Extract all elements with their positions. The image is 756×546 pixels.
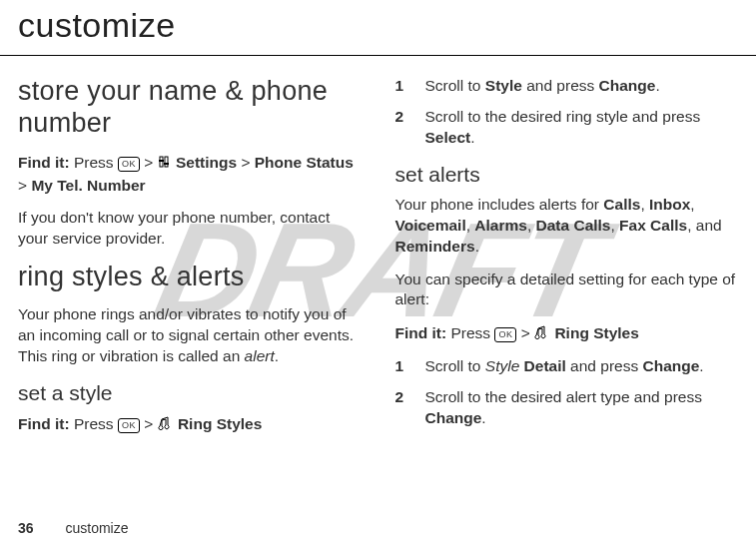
gt: > [18, 177, 27, 194]
find-it-store: Find it: Press OK > Settings > Phone Sta… [18, 152, 362, 198]
svg-rect-2 [159, 160, 164, 162]
step-text: Scroll to Style and press Change. [425, 76, 739, 97]
heading-set-style: set a style [18, 381, 362, 405]
text: , [690, 196, 694, 213]
svg-rect-3 [164, 163, 169, 165]
text: Scroll to the desired alert type and pre… [425, 388, 702, 405]
heading-ring-styles: ring styles & alerts [18, 262, 362, 293]
text-press: Press [450, 324, 490, 341]
ok-key-icon: OK [118, 157, 140, 172]
text: , and [687, 217, 721, 234]
text: . [699, 357, 703, 374]
alert-faxcalls: Fax Calls [619, 217, 687, 234]
step-2: 2 Scroll to the desired ring style and p… [395, 107, 739, 149]
alert-voicemail: Voicemail [395, 217, 466, 234]
text: . [655, 77, 659, 94]
gt: > [144, 415, 153, 432]
find-it-label: Find it: [18, 415, 70, 432]
alert-alarms: Alarms [474, 217, 527, 234]
paragraph-ring: Your phone rings and/or vibrates to noti… [18, 304, 362, 367]
text: . [481, 409, 485, 426]
heading-store-name: store your name & phone number [18, 76, 362, 140]
text-press: Press [74, 154, 114, 171]
step-text: Scroll to the desired alert type and pre… [425, 387, 739, 429]
text: Your phone rings and/or vibrates to noti… [18, 305, 354, 364]
text: , [610, 217, 619, 234]
step-2b: 2 Scroll to the desired alert type and p… [395, 387, 739, 429]
page-content: customize store your name & phone number… [0, 0, 756, 447]
page-footer: 36 customize [18, 520, 129, 536]
ok-key-icon: OK [494, 327, 516, 342]
menu-my-tel-number: My Tel. Number [31, 177, 145, 194]
step-text: Scroll to Style Detail and press Change. [425, 356, 739, 377]
ring-styles-icon [158, 414, 174, 436]
gt: > [144, 154, 153, 171]
menu-ring-styles: Ring Styles [178, 415, 262, 432]
text: Scroll to the desired ring style and pre… [425, 108, 701, 125]
alert-datacalls: Data Calls [536, 217, 611, 234]
menu-settings: Settings [176, 154, 237, 171]
heading-set-alerts: set alerts [395, 163, 739, 187]
step-1: 1 Scroll to Style and press Change. [395, 76, 739, 97]
page-title: customize [0, 0, 756, 56]
ok-key-icon: OK [118, 418, 140, 433]
text: , [640, 196, 649, 213]
softkey-change: Change [425, 409, 482, 426]
columns: store your name & phone number Find it: … [0, 76, 756, 447]
text: and press [566, 357, 643, 374]
term-alert: alert [245, 347, 275, 364]
menu-phone-status: Phone Status [255, 154, 354, 171]
softkey-select: Select [425, 129, 471, 146]
step-number: 1 [395, 76, 409, 97]
step-number: 2 [395, 387, 409, 429]
footer-section: customize [65, 520, 128, 536]
paragraph-specify: You can specify a detailed setting for e… [395, 270, 739, 311]
alert-calls: Calls [603, 196, 640, 213]
step-number: 1 [395, 356, 409, 377]
text: . [275, 347, 279, 364]
right-column: 1 Scroll to Style and press Change. 2 Sc… [395, 76, 739, 447]
text: Your phone includes alerts for [395, 196, 604, 213]
find-it-setalerts: Find it: Press OK > Ring Styles [395, 322, 739, 345]
alert-reminders: Reminders [395, 238, 475, 255]
paragraph-alerts: Your phone includes alerts for Calls, In… [395, 195, 739, 258]
gt: > [521, 324, 530, 341]
variable-style: Style [485, 357, 519, 374]
find-it-setstyle: Find it: Press OK > Ring Styles [18, 413, 362, 436]
softkey-change: Change [643, 357, 700, 374]
paragraph-store: If you don't know your phone number, con… [18, 208, 362, 250]
text: and press [522, 77, 599, 94]
gt: > [241, 154, 250, 171]
find-it-label: Find it: [18, 154, 70, 171]
text-press: Press [74, 415, 114, 432]
menu-style: Style [485, 77, 522, 94]
ring-styles-icon [534, 323, 550, 345]
softkey-change: Change [599, 77, 656, 94]
settings-icon [158, 153, 172, 175]
alert-inbox: Inbox [649, 196, 690, 213]
text: . [475, 238, 479, 255]
svg-rect-1 [165, 157, 168, 167]
left-column: store your name & phone number Find it: … [18, 76, 362, 447]
find-it-label: Find it: [395, 324, 447, 341]
text: Scroll to [425, 357, 485, 374]
text: Scroll to [425, 77, 485, 94]
menu-ring-styles: Ring Styles [554, 324, 638, 341]
step-text: Scroll to the desired ring style and pre… [425, 107, 739, 149]
text: . [470, 129, 474, 146]
text: , [527, 217, 536, 234]
step-1b: 1 Scroll to Style Detail and press Chang… [395, 356, 739, 377]
step-number: 2 [395, 107, 409, 149]
menu-detail: Detail [524, 357, 566, 374]
page-number: 36 [18, 520, 34, 536]
